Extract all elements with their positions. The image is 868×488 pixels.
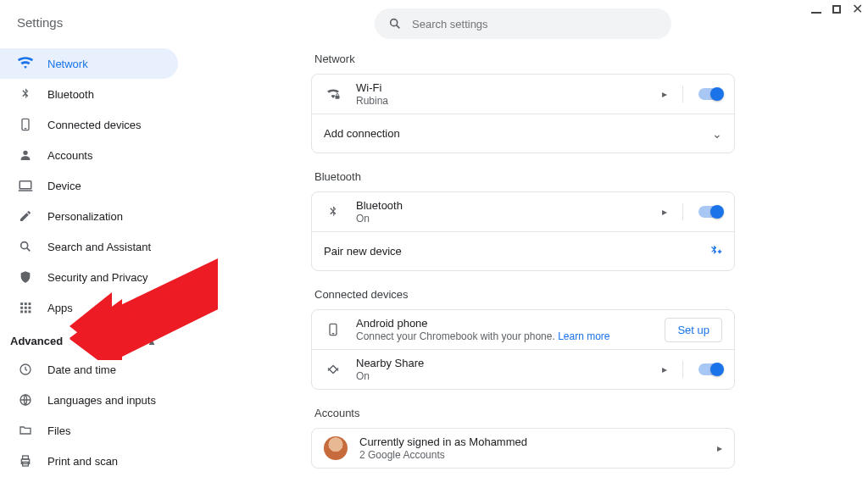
sidebar-item-label: Device xyxy=(47,180,81,192)
add-connection-label: Add connection xyxy=(324,127,712,140)
sidebar-item-bluetooth[interactable]: Bluetooth xyxy=(0,79,178,109)
chevron-down-icon: ⌄ xyxy=(712,127,722,141)
setup-button[interactable]: Set up xyxy=(665,318,722,342)
wifi-lock-icon xyxy=(324,86,342,103)
android-phone-title: Android phone xyxy=(356,317,665,330)
nearby-share-title: Nearby Share xyxy=(356,357,655,369)
phone-icon xyxy=(324,323,342,336)
sidebar-section-advanced[interactable]: Advanced ▴ xyxy=(0,323,178,354)
printer-icon xyxy=(17,452,34,469)
account-signed-in: Currently signed in as Mohammed xyxy=(359,435,710,448)
sidebar-item-network[interactable]: Network xyxy=(0,48,178,79)
svg-rect-10 xyxy=(20,307,23,309)
bluetooth-title: Bluetooth xyxy=(356,199,655,212)
android-phone-row: Android phone Connect your Chromebook wi… xyxy=(312,310,734,349)
svg-rect-8 xyxy=(25,302,27,305)
bluetooth-icon xyxy=(17,86,34,103)
grid-icon xyxy=(17,299,34,316)
sidebar-item-security-privacy[interactable]: Security and Privacy xyxy=(0,262,178,292)
divider xyxy=(682,86,683,103)
svg-point-5 xyxy=(21,242,28,249)
connected-devices-card: Android phone Connect your Chromebook wi… xyxy=(311,309,735,390)
sidebar-item-label: Network xyxy=(47,58,88,70)
pair-device-label: Pair new device xyxy=(324,245,707,258)
nearby-share-status: On xyxy=(356,370,655,382)
nearby-share-row[interactable]: Nearby Share On ▸ xyxy=(312,349,734,389)
wifi-ssid: Rubina xyxy=(356,95,655,107)
accounts-card: Currently signed in as Mohammed 2 Google… xyxy=(311,428,735,469)
sidebar-item-apps[interactable]: Apps xyxy=(0,292,178,323)
shield-icon xyxy=(17,269,34,286)
phone-icon xyxy=(17,116,34,133)
section-heading-network: Network xyxy=(314,53,735,65)
sidebar: Settings Network Bluetooth Connected dev… xyxy=(0,0,178,488)
svg-line-6 xyxy=(27,248,31,252)
section-heading-connected: Connected devices xyxy=(314,288,735,301)
wifi-row[interactable]: Wi-Fi Rubina ▸ xyxy=(312,75,734,114)
search-input[interactable] xyxy=(412,18,658,30)
sidebar-item-date-time[interactable]: Date and time xyxy=(0,354,178,385)
nearby-share-toggle[interactable] xyxy=(698,363,722,375)
chevron-up-icon: ▴ xyxy=(149,336,154,347)
app-title: Settings xyxy=(0,15,178,48)
wifi-title: Wi-Fi xyxy=(356,81,655,94)
bluetooth-icon xyxy=(324,205,342,219)
advanced-label: Advanced xyxy=(10,335,63,347)
sidebar-item-personalization[interactable]: Personalization xyxy=(0,201,178,231)
chevron-right-icon: ▸ xyxy=(662,206,667,218)
sidebar-item-languages-inputs[interactable]: Languages and inputs xyxy=(0,385,178,415)
sidebar-item-label: Print and scan xyxy=(47,455,118,468)
android-phone-sub: Connect your Chromebook with your phone.… xyxy=(356,330,665,342)
sidebar-item-files[interactable]: Files xyxy=(0,415,178,446)
divider xyxy=(682,203,683,220)
search-box[interactable] xyxy=(375,8,671,39)
wifi-icon xyxy=(17,55,34,72)
svg-rect-12 xyxy=(29,307,31,309)
sidebar-item-device[interactable]: Device xyxy=(0,170,178,201)
search-icon xyxy=(17,238,34,255)
sidebar-item-connected-devices[interactable]: Connected devices xyxy=(0,109,178,140)
main-content: Network Wi-Fi Rubina ▸ xyxy=(178,0,868,488)
folder-icon xyxy=(17,422,34,439)
sidebar-item-accounts[interactable]: Accounts xyxy=(0,140,178,170)
chevron-right-icon: ▸ xyxy=(662,88,667,100)
bluetooth-add-icon xyxy=(707,244,722,259)
divider xyxy=(682,361,683,378)
svg-rect-3 xyxy=(19,181,31,189)
svg-rect-23 xyxy=(336,96,340,99)
sidebar-item-label: Security and Privacy xyxy=(47,271,148,284)
bluetooth-card: Bluetooth On ▸ Pair new device xyxy=(311,191,735,271)
avatar xyxy=(324,436,348,460)
add-connection-row[interactable]: Add connection ⌄ xyxy=(312,114,734,152)
sidebar-item-label: Personalization xyxy=(47,210,123,223)
network-card: Wi-Fi Rubina ▸ Add connection xyxy=(311,74,735,153)
bluetooth-toggle[interactable] xyxy=(698,206,722,218)
sidebar-item-label: Search and Assistant xyxy=(47,241,151,253)
person-icon xyxy=(17,147,34,164)
learn-more-link[interactable]: Learn more xyxy=(558,330,609,342)
sidebar-item-label: Bluetooth xyxy=(47,88,94,101)
bluetooth-row[interactable]: Bluetooth On ▸ xyxy=(312,192,734,231)
svg-rect-9 xyxy=(29,302,31,305)
nearby-share-icon xyxy=(324,362,342,377)
sidebar-item-print-scan[interactable]: Print and scan xyxy=(0,446,178,476)
pair-device-row[interactable]: Pair new device xyxy=(312,231,734,270)
account-count: 2 Google Accounts xyxy=(359,449,710,461)
sidebar-item-label: Files xyxy=(47,424,70,437)
sidebar-item-label: Languages and inputs xyxy=(47,394,156,407)
sidebar-item-label: Connected devices xyxy=(47,119,142,131)
wifi-toggle[interactable] xyxy=(698,88,722,100)
clock-icon xyxy=(17,361,34,378)
sidebar-item-label: Accounts xyxy=(47,149,92,162)
svg-point-2 xyxy=(23,151,27,155)
pencil-icon xyxy=(17,208,34,225)
svg-rect-13 xyxy=(20,311,23,313)
bluetooth-status: On xyxy=(356,213,655,225)
section-heading-accounts: Accounts xyxy=(314,407,735,419)
svg-rect-11 xyxy=(25,307,27,309)
chevron-right-icon: ▸ xyxy=(717,442,722,454)
svg-rect-15 xyxy=(29,311,31,313)
sidebar-item-label: Apps xyxy=(47,302,73,314)
account-row[interactable]: Currently signed in as Mohammed 2 Google… xyxy=(312,429,734,468)
sidebar-item-search-assistant[interactable]: Search and Assistant xyxy=(0,231,178,262)
